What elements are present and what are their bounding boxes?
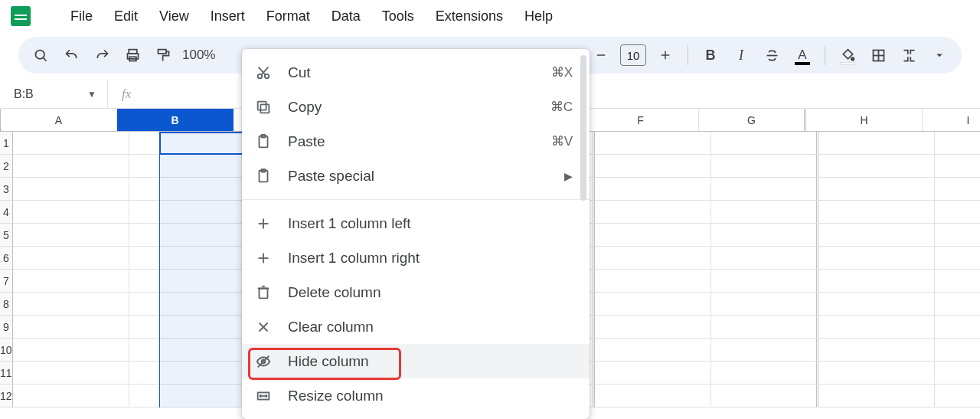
cell[interactable] (818, 201, 935, 224)
row-header[interactable]: 4 (0, 201, 13, 224)
row-header[interactable]: 1 (0, 132, 13, 155)
cell[interactable] (13, 178, 129, 201)
context-menu-clear-column[interactable]: Clear column (242, 309, 590, 344)
row-header[interactable]: 5 (0, 224, 13, 247)
cell[interactable] (129, 293, 246, 316)
cell[interactable] (129, 224, 246, 247)
paint-format-icon[interactable] (150, 42, 176, 68)
cell[interactable] (13, 201, 129, 224)
row-header[interactable]: 6 (0, 247, 13, 270)
column-header-i[interactable]: I (923, 109, 980, 131)
cell[interactable] (13, 362, 129, 385)
name-box-dropdown-icon[interactable]: ▼ (87, 89, 96, 100)
bold-button[interactable]: B (697, 42, 724, 68)
cell[interactable] (711, 224, 818, 247)
print-icon[interactable] (119, 42, 145, 68)
cell[interactable] (711, 270, 818, 293)
cell[interactable] (129, 155, 246, 178)
cell[interactable] (818, 362, 935, 385)
cell[interactable] (818, 270, 935, 293)
menu-tools[interactable]: Tools (371, 4, 425, 29)
context-menu-insert-right[interactable]: Insert 1 column right (242, 241, 590, 275)
cell[interactable] (13, 132, 129, 155)
cell[interactable] (595, 155, 711, 178)
context-menu-cut[interactable]: Cut ⌘X (242, 55, 590, 90)
cell[interactable] (129, 385, 246, 408)
context-menu-paste[interactable]: Paste ⌘V (242, 124, 590, 159)
menu-format[interactable]: Format (256, 4, 321, 29)
cell[interactable] (818, 224, 935, 247)
cell[interactable] (13, 316, 129, 339)
cell[interactable] (818, 339, 935, 362)
font-size-input[interactable]: 10 (620, 44, 646, 66)
cell[interactable] (818, 178, 935, 201)
context-menu-delete-column[interactable]: Delete column (242, 275, 590, 309)
cell[interactable] (935, 385, 980, 408)
cell[interactable] (595, 224, 711, 247)
cell[interactable] (13, 155, 129, 178)
menu-view[interactable]: View (149, 4, 200, 29)
row-header[interactable]: 11 (0, 362, 13, 385)
cell[interactable] (595, 316, 711, 339)
row-header[interactable]: 9 (0, 316, 13, 339)
row-header[interactable]: 7 (0, 270, 13, 293)
cell[interactable] (711, 316, 818, 339)
undo-icon[interactable] (58, 42, 84, 68)
cell[interactable] (935, 316, 980, 339)
cell[interactable] (818, 293, 935, 316)
cell[interactable] (595, 247, 711, 270)
cell[interactable] (595, 362, 711, 385)
column-header-f[interactable]: F (583, 109, 699, 131)
cell[interactable] (129, 316, 246, 339)
cell[interactable] (13, 224, 129, 247)
cell[interactable] (818, 316, 935, 339)
cell[interactable] (595, 385, 711, 408)
cell[interactable] (711, 201, 818, 224)
context-menu-copy[interactable]: Copy ⌘C (242, 90, 590, 124)
cell[interactable] (935, 293, 980, 316)
more-toolbar-dropdown-icon[interactable] (926, 42, 952, 68)
menu-edit[interactable]: Edit (103, 4, 149, 29)
cell[interactable] (129, 201, 246, 224)
cell[interactable] (129, 339, 246, 362)
decrease-font-size[interactable] (588, 42, 614, 68)
cell[interactable] (935, 247, 980, 270)
redo-icon[interactable] (89, 42, 115, 68)
column-header-b[interactable]: B (117, 109, 234, 131)
cell[interactable] (595, 339, 711, 362)
cell[interactable] (13, 247, 129, 270)
cell[interactable] (129, 247, 246, 270)
cell[interactable] (13, 339, 129, 362)
cell[interactable] (711, 293, 818, 316)
context-menu-insert-left[interactable]: Insert 1 column left (242, 206, 590, 241)
row-header[interactable]: 2 (0, 155, 13, 178)
cell[interactable] (13, 385, 129, 408)
cell[interactable] (129, 362, 246, 385)
strikethrough-button[interactable] (759, 42, 785, 68)
row-header[interactable]: 12 (0, 385, 13, 408)
context-menu-hide-column[interactable]: Hide column (242, 344, 590, 378)
cell[interactable] (935, 339, 980, 362)
row-header[interactable]: 3 (0, 178, 13, 201)
context-menu-paste-special[interactable]: Paste special ▶ (242, 159, 590, 193)
name-box[interactable]: B:B ▼ (0, 87, 107, 101)
cell[interactable] (595, 293, 711, 316)
cell[interactable] (595, 201, 711, 224)
cell[interactable] (935, 362, 980, 385)
borders-button[interactable] (865, 42, 891, 68)
menu-insert[interactable]: Insert (200, 4, 256, 29)
cell[interactable] (711, 362, 818, 385)
cell[interactable] (935, 201, 980, 224)
text-color-button[interactable]: A (789, 42, 815, 68)
increase-font-size[interactable] (652, 42, 678, 68)
search-icon[interactable] (28, 42, 54, 68)
column-header-a[interactable]: A (1, 109, 117, 131)
cell[interactable] (129, 270, 246, 293)
cell[interactable] (818, 247, 935, 270)
cell[interactable] (935, 224, 980, 247)
cell[interactable] (129, 132, 246, 155)
row-header[interactable]: 8 (0, 293, 13, 316)
cell[interactable] (711, 385, 818, 408)
cell[interactable] (595, 132, 711, 155)
column-header-h[interactable]: H (806, 109, 923, 131)
